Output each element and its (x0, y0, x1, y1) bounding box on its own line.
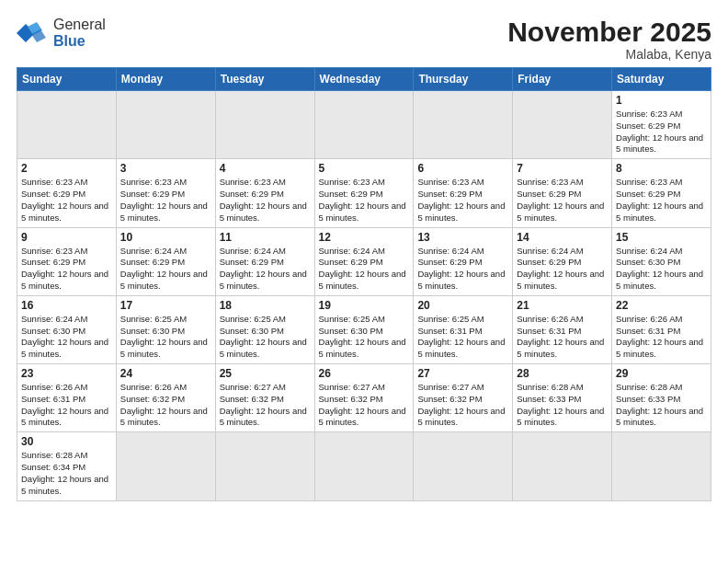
day-number: 8 (616, 162, 707, 175)
calendar-week-5: 23Sunrise: 6:26 AMSunset: 6:31 PMDayligh… (17, 364, 711, 432)
day-info: Sunrise: 6:28 AMSunset: 6:33 PMDaylight:… (616, 382, 707, 429)
day-number: 1 (616, 94, 707, 107)
calendar-day (414, 91, 513, 159)
calendar-day: 16Sunrise: 6:24 AMSunset: 6:30 PMDayligh… (17, 295, 117, 363)
day-info: Sunrise: 6:25 AMSunset: 6:30 PMDaylight:… (220, 314, 311, 361)
calendar-header-row: SundayMondayTuesdayWednesdayThursdayFrid… (17, 68, 711, 91)
calendar-day: 10Sunrise: 6:24 AMSunset: 6:29 PMDayligh… (116, 227, 215, 295)
day-info: Sunrise: 6:23 AMSunset: 6:29 PMDaylight:… (616, 177, 707, 224)
calendar-day: 2Sunrise: 6:23 AMSunset: 6:29 PMDaylight… (17, 159, 117, 227)
day-info: Sunrise: 6:23 AMSunset: 6:29 PMDaylight:… (220, 177, 311, 224)
day-number: 13 (417, 231, 508, 244)
calendar-week-6: 30Sunrise: 6:28 AMSunset: 6:34 PMDayligh… (17, 432, 711, 500)
day-info: Sunrise: 6:24 AMSunset: 6:29 PMDaylight:… (417, 246, 508, 293)
title-block: November 2025 Malaba, Kenya (507, 17, 711, 62)
calendar-week-4: 16Sunrise: 6:24 AMSunset: 6:30 PMDayligh… (17, 295, 711, 363)
page: General Blue November 2025 Malaba, Kenya… (0, 0, 728, 563)
calendar-day: 1Sunrise: 6:23 AMSunset: 6:29 PMDaylight… (612, 91, 711, 159)
day-info: Sunrise: 6:26 AMSunset: 6:31 PMDaylight:… (517, 314, 608, 361)
day-info: Sunrise: 6:23 AMSunset: 6:29 PMDaylight:… (417, 177, 508, 224)
calendar-day: 25Sunrise: 6:27 AMSunset: 6:32 PMDayligh… (215, 364, 314, 432)
day-info: Sunrise: 6:26 AMSunset: 6:32 PMDaylight:… (120, 382, 211, 429)
calendar-day (513, 432, 612, 500)
day-info: Sunrise: 6:23 AMSunset: 6:29 PMDaylight:… (319, 177, 410, 224)
calendar-day (116, 432, 215, 500)
day-info: Sunrise: 6:26 AMSunset: 6:31 PMDaylight:… (21, 382, 112, 429)
calendar-day: 3Sunrise: 6:23 AMSunset: 6:29 PMDaylight… (116, 159, 215, 227)
calendar-day: 23Sunrise: 6:26 AMSunset: 6:31 PMDayligh… (17, 364, 117, 432)
day-info: Sunrise: 6:24 AMSunset: 6:29 PMDaylight:… (120, 246, 211, 293)
calendar-day: 19Sunrise: 6:25 AMSunset: 6:30 PMDayligh… (314, 295, 414, 363)
calendar-week-1: 1Sunrise: 6:23 AMSunset: 6:29 PMDaylight… (17, 91, 711, 159)
calendar-day (513, 91, 612, 159)
calendar-day: 8Sunrise: 6:23 AMSunset: 6:29 PMDaylight… (612, 159, 711, 227)
calendar-header-friday: Friday (513, 68, 612, 91)
location: Malaba, Kenya (507, 47, 711, 62)
day-number: 2 (21, 162, 112, 175)
calendar-day: 17Sunrise: 6:25 AMSunset: 6:30 PMDayligh… (116, 295, 215, 363)
day-number: 10 (120, 231, 211, 244)
month-title: November 2025 (507, 17, 711, 47)
day-number: 17 (120, 299, 211, 312)
day-number: 5 (319, 162, 410, 175)
calendar-day: 9Sunrise: 6:23 AMSunset: 6:29 PMDaylight… (17, 227, 117, 295)
day-info: Sunrise: 6:24 AMSunset: 6:30 PMDaylight:… (21, 314, 112, 361)
calendar-header-tuesday: Tuesday (215, 68, 314, 91)
day-number: 11 (220, 231, 311, 244)
calendar-week-2: 2Sunrise: 6:23 AMSunset: 6:29 PMDaylight… (17, 159, 711, 227)
calendar: SundayMondayTuesdayWednesdayThursdayFrid… (17, 67, 711, 501)
day-info: Sunrise: 6:24 AMSunset: 6:29 PMDaylight:… (319, 246, 410, 293)
calendar-day: 6Sunrise: 6:23 AMSunset: 6:29 PMDaylight… (414, 159, 513, 227)
day-number: 16 (21, 299, 112, 312)
day-info: Sunrise: 6:23 AMSunset: 6:29 PMDaylight:… (120, 177, 211, 224)
day-info: Sunrise: 6:26 AMSunset: 6:31 PMDaylight:… (616, 314, 707, 361)
day-number: 25 (220, 367, 311, 380)
calendar-day: 18Sunrise: 6:25 AMSunset: 6:30 PMDayligh… (215, 295, 314, 363)
day-number: 28 (517, 367, 608, 380)
day-number: 29 (616, 367, 707, 380)
calendar-day: 26Sunrise: 6:27 AMSunset: 6:32 PMDayligh… (314, 364, 414, 432)
day-info: Sunrise: 6:23 AMSunset: 6:29 PMDaylight:… (21, 177, 112, 224)
logo-text: General Blue (53, 17, 106, 49)
calendar-day (215, 91, 314, 159)
calendar-day: 15Sunrise: 6:24 AMSunset: 6:30 PMDayligh… (612, 227, 711, 295)
day-info: Sunrise: 6:23 AMSunset: 6:29 PMDaylight:… (616, 109, 707, 155)
calendar-day: 27Sunrise: 6:27 AMSunset: 6:32 PMDayligh… (414, 364, 513, 432)
day-info: Sunrise: 6:28 AMSunset: 6:33 PMDaylight:… (517, 382, 608, 429)
day-number: 18 (220, 299, 311, 312)
calendar-day (17, 91, 117, 159)
day-number: 24 (120, 367, 211, 380)
day-number: 15 (616, 231, 707, 244)
day-info: Sunrise: 6:23 AMSunset: 6:29 PMDaylight:… (517, 177, 608, 224)
day-info: Sunrise: 6:25 AMSunset: 6:30 PMDaylight:… (120, 314, 211, 361)
calendar-day: 14Sunrise: 6:24 AMSunset: 6:29 PMDayligh… (513, 227, 612, 295)
calendar-day (414, 432, 513, 500)
calendar-day: 5Sunrise: 6:23 AMSunset: 6:29 PMDaylight… (314, 159, 414, 227)
day-info: Sunrise: 6:28 AMSunset: 6:34 PMDaylight:… (21, 450, 112, 497)
calendar-week-3: 9Sunrise: 6:23 AMSunset: 6:29 PMDaylight… (17, 227, 711, 295)
day-info: Sunrise: 6:23 AMSunset: 6:29 PMDaylight:… (21, 246, 112, 293)
day-number: 4 (220, 162, 311, 175)
day-number: 9 (21, 231, 112, 244)
day-info: Sunrise: 6:24 AMSunset: 6:30 PMDaylight:… (616, 246, 707, 293)
calendar-day: 7Sunrise: 6:23 AMSunset: 6:29 PMDaylight… (513, 159, 612, 227)
calendar-day: 20Sunrise: 6:25 AMSunset: 6:31 PMDayligh… (414, 295, 513, 363)
day-info: Sunrise: 6:24 AMSunset: 6:29 PMDaylight:… (517, 246, 608, 293)
calendar-day: 4Sunrise: 6:23 AMSunset: 6:29 PMDaylight… (215, 159, 314, 227)
day-number: 14 (517, 231, 608, 244)
day-number: 22 (616, 299, 707, 312)
day-number: 21 (517, 299, 608, 312)
day-info: Sunrise: 6:27 AMSunset: 6:32 PMDaylight:… (319, 382, 410, 429)
calendar-header-thursday: Thursday (414, 68, 513, 91)
day-number: 30 (21, 435, 112, 448)
calendar-day: 22Sunrise: 6:26 AMSunset: 6:31 PMDayligh… (612, 295, 711, 363)
calendar-day: 12Sunrise: 6:24 AMSunset: 6:29 PMDayligh… (314, 227, 414, 295)
calendar-header-wednesday: Wednesday (314, 68, 414, 91)
calendar-header-monday: Monday (116, 68, 215, 91)
calendar-day: 24Sunrise: 6:26 AMSunset: 6:32 PMDayligh… (116, 364, 215, 432)
calendar-day (314, 91, 414, 159)
logo-icon (17, 19, 50, 47)
calendar-day (314, 432, 414, 500)
calendar-day (612, 432, 711, 500)
calendar-day: 29Sunrise: 6:28 AMSunset: 6:33 PMDayligh… (612, 364, 711, 432)
